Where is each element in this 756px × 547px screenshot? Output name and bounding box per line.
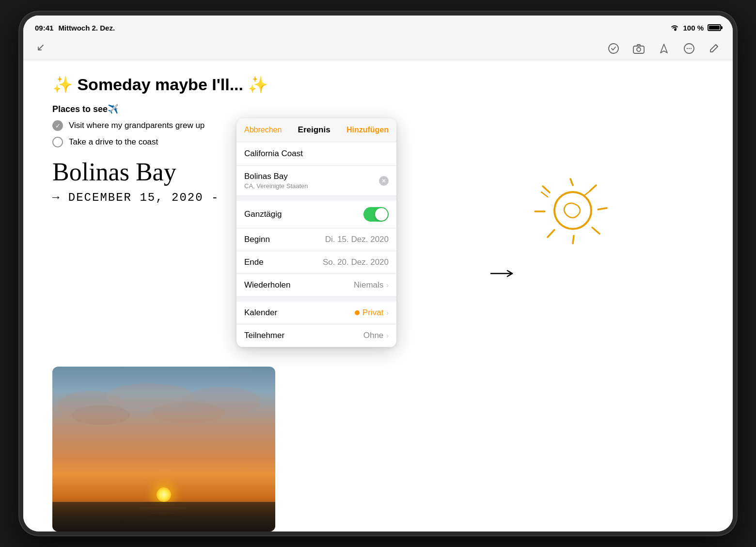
svg-point-2 xyxy=(637,48,641,51)
ipad-screen: 09:41 Mittwoch 2. Dez. 100 % xyxy=(23,16,733,531)
popup-separator-2 xyxy=(236,297,396,302)
checkmark-1: ✓ xyxy=(55,122,61,129)
section-header: Places to see✈️ xyxy=(52,104,704,114)
svg-point-0 xyxy=(609,44,618,53)
location-sub: CA, Vereinigte Staaten xyxy=(244,182,379,190)
svg-line-16 xyxy=(570,179,573,185)
battery-percent: 100 % xyxy=(683,24,704,32)
toggle-knob xyxy=(375,208,388,221)
svg-point-6 xyxy=(691,48,692,48)
svg-line-25 xyxy=(541,192,548,197)
wiederholen-label: Wiederholen xyxy=(244,280,290,290)
kalender-chevron: › xyxy=(386,309,389,317)
checkbox-1[interactable]: ✓ xyxy=(52,120,63,131)
event-title-text[interactable]: California Coast xyxy=(244,149,303,158)
toolbar-left xyxy=(35,42,48,55)
form-row-teilnehmer[interactable]: Teilnehmer Ohne › xyxy=(236,324,396,347)
beginn-value: Di. 15. Dez. 2020 xyxy=(325,235,389,244)
ganztaegig-toggle[interactable] xyxy=(363,207,389,222)
checkbox-2[interactable] xyxy=(52,137,63,147)
teilnehmer-value: Ohne › xyxy=(363,331,389,340)
wiederholen-text: Niemals xyxy=(354,280,383,290)
svg-point-4 xyxy=(687,48,688,48)
note-title: ✨ Someday maybe I'll... ✨ xyxy=(52,75,704,94)
battery-fill xyxy=(709,26,720,30)
svg-line-23 xyxy=(543,186,550,193)
sun-drawing xyxy=(510,157,636,264)
kalender-value: Privat › xyxy=(355,308,389,318)
date-display: Mittwoch 2. Dez. xyxy=(58,24,115,32)
kalender-label: Kalender xyxy=(244,308,277,318)
location-clear-button[interactable]: ✕ xyxy=(379,176,389,186)
svg-line-24 xyxy=(585,190,591,195)
calendar-dot xyxy=(355,310,360,315)
form-row-kalender[interactable]: Kalender Privat › xyxy=(236,302,396,324)
svg-point-10 xyxy=(72,405,130,425)
svg-point-15 xyxy=(554,192,591,229)
toolbar xyxy=(23,37,733,60)
ende-label: Ende xyxy=(244,257,264,267)
svg-point-5 xyxy=(689,48,690,48)
camera-button[interactable] xyxy=(632,42,646,55)
time-display: 09:41 xyxy=(35,24,53,32)
status-right: 100 % xyxy=(670,24,721,32)
checklist-text-2: Take a drive to the coast xyxy=(69,137,158,147)
arrow-drawing xyxy=(490,269,515,278)
svg-point-11 xyxy=(152,402,224,423)
beginn-label: Beginn xyxy=(244,235,270,244)
form-row-ganztaegig: Ganztägig xyxy=(236,201,396,228)
status-bar: 09:41 Mittwoch 2. Dez. 100 % xyxy=(23,16,733,37)
svg-line-19 xyxy=(592,227,599,234)
ipad-frame: 09:41 Mittwoch 2. Dez. 100 % xyxy=(19,12,737,535)
popup-separator xyxy=(236,196,396,201)
teilnehmer-chevron: › xyxy=(386,332,389,339)
cancel-button[interactable]: Abbrechen xyxy=(244,126,282,134)
collapse-button[interactable] xyxy=(35,42,48,55)
svg-line-20 xyxy=(573,236,574,243)
sunset-image xyxy=(52,367,275,531)
calendar-popup: Abbrechen Ereignis Hinzufügen California… xyxy=(236,118,396,347)
sun-svg xyxy=(510,157,636,264)
event-location-section[interactable]: Bolinas Bay CA, Vereinigte Staaten ✕ xyxy=(236,166,396,196)
ganztaegig-label: Ganztägig xyxy=(244,209,282,219)
form-row-beginn[interactable]: Beginn Di. 15. Dez. 2020 xyxy=(236,228,396,251)
popup-title: Ereignis xyxy=(298,125,331,135)
checklist-text-1: Visit where my grandparents grew up xyxy=(69,121,205,130)
sunset-reflection xyxy=(52,502,275,531)
status-left: 09:41 Mittwoch 2. Dez. xyxy=(35,24,115,32)
location-left: Bolinas Bay CA, Vereinigte Staaten xyxy=(244,172,379,190)
compose-button[interactable] xyxy=(708,42,721,55)
check-icon[interactable] xyxy=(607,42,620,55)
ende-value: So. 20. Dez. 2020 xyxy=(323,257,389,267)
more-icon[interactable] xyxy=(682,42,696,55)
teilnehmer-label: Teilnehmer xyxy=(244,331,284,340)
form-row-ende[interactable]: Ende So. 20. Dez. 2020 xyxy=(236,251,396,274)
wiederholen-chevron: › xyxy=(386,281,389,289)
popup-header: Abbrechen Ereignis Hinzufügen xyxy=(236,118,396,142)
battery-icon xyxy=(708,24,721,31)
teilnehmer-text: Ohne xyxy=(363,331,384,340)
add-button[interactable]: Hinzufügen xyxy=(346,126,389,134)
svg-line-21 xyxy=(548,230,554,237)
event-title-section: California Coast xyxy=(236,142,396,166)
sunset-gradient xyxy=(52,367,275,531)
kalender-text: Privat xyxy=(362,308,383,318)
wiederholen-value: Niemals › xyxy=(354,280,389,290)
notes-content: ✨ Someday maybe I'll... ✨ Places to see✈… xyxy=(23,60,733,531)
location-name: Bolinas Bay xyxy=(244,172,379,181)
svg-line-18 xyxy=(598,208,607,209)
form-row-wiederholen[interactable]: Wiederholen Niemals › xyxy=(236,274,396,297)
navigation-icon[interactable] xyxy=(657,42,671,55)
wifi-icon xyxy=(670,24,679,31)
toolbar-right xyxy=(607,42,721,55)
